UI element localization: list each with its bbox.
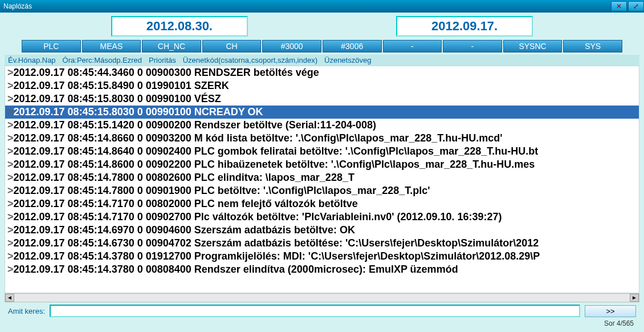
filter-sys[interactable]: SYS: [563, 40, 622, 52]
log-row[interactable]: >2012.09.17 08:45:44.3460 0 00900300 REN…: [5, 66, 639, 79]
search-next-button[interactable]: >>: [585, 305, 636, 317]
search-label: Amit keres:: [8, 307, 45, 315]
log-row[interactable]: >2012.09.17 08:45:14.7800 0 00901900 PLC…: [5, 184, 639, 197]
log-row[interactable]: >2012.09.17 08:45:14.6970 0 00904600 Sze…: [5, 224, 639, 237]
filter-3000[interactable]: #3000: [262, 40, 321, 52]
filter-row: PLC MEAS CH_NC CH #3000 #3006 - - SYSNC …: [5, 40, 639, 52]
search-input[interactable]: [50, 305, 580, 317]
log-row[interactable]: >2012.09.17 08:45:14.6730 0 00904702 Sze…: [5, 237, 639, 250]
filter-ch[interactable]: CH: [202, 40, 262, 52]
scroll-right-icon[interactable]: ►: [630, 294, 639, 302]
log-list[interactable]: >2012.09.17 08:45:44.3460 0 00900300 REN…: [5, 66, 639, 293]
close-icon[interactable]: ✕: [611, 1, 627, 11]
col-time: Óra:Perc:Másodp.Ezred: [63, 56, 142, 64]
filter-meas[interactable]: MEAS: [82, 40, 141, 52]
log-row[interactable]: >2012.09.17 08:45:14.7800 0 00802600 PLC…: [5, 171, 639, 184]
filter-dash2[interactable]: -: [443, 40, 502, 52]
date-to[interactable]: 2012.09.17.: [396, 16, 533, 37]
log-row[interactable]: >2012.09.17 08:45:15.8030 0 00990100 VÉS…: [5, 92, 639, 106]
log-row[interactable]: >2012.09.17 08:45:14.3780 0 01912700 Pro…: [5, 250, 639, 263]
log-row[interactable]: >2012.09.17 08:45:14.8600 0 00902200 PLC…: [5, 158, 639, 171]
filter-sysnc[interactable]: SYSNC: [503, 40, 563, 52]
title-bar: Naplózás ✕ ⤢: [0, 0, 644, 13]
log-container: >2012.09.17 08:45:44.3460 0 00900300 REN…: [5, 66, 639, 293]
log-row[interactable]: >2012.09.17 08:45:15.1420 0 00900200 Ren…: [5, 119, 639, 132]
maximize-icon[interactable]: ⤢: [628, 1, 644, 11]
window-buttons: ✕ ⤢: [611, 1, 644, 11]
filter-3006[interactable]: #3006: [323, 40, 382, 52]
log-row[interactable]: >2012.09.17 08:45:14.7170 0 00902700 Plc…: [5, 210, 639, 224]
filter-chnc[interactable]: CH_NC: [142, 40, 201, 52]
col-date: Év.Hónap.Nap: [8, 56, 56, 64]
log-row[interactable]: >2012.09.17 08:45:15.8490 0 01990101 SZE…: [5, 79, 639, 92]
status-bar: Sor 4/565: [5, 318, 639, 329]
column-headers: Év.Hónap.Nap Óra:Perc:Másodp.Ezred Prior…: [5, 55, 639, 66]
log-row[interactable]: >2012.09.17 08:45:14.3780 0 00808400 Ren…: [5, 263, 639, 276]
log-row[interactable]: >2012.09.17 08:45:15.8030 0 00990100 NCR…: [5, 106, 639, 119]
horizontal-scrollbar[interactable]: ◄ ►: [5, 293, 639, 302]
filter-dash1[interactable]: -: [383, 40, 442, 52]
log-row[interactable]: >2012.09.17 08:45:14.7170 0 00802000 PLC…: [5, 197, 639, 210]
log-row[interactable]: >2012.09.17 08:45:14.8640 0 00902400 PLC…: [5, 145, 639, 158]
window-title: Naplózás: [3, 2, 32, 10]
date-range: 2012.08.30. 2012.09.17.: [5, 16, 639, 37]
date-from[interactable]: 2012.08.30.: [111, 16, 248, 37]
col-priority: Prioritás: [149, 56, 176, 64]
scroll-left-icon[interactable]: ◄: [5, 294, 14, 302]
filter-plc[interactable]: PLC: [22, 40, 81, 52]
search-bar: Amit keres: >>: [5, 302, 639, 318]
col-code: Üzenetkód(csatorna,csoport,szám,index): [183, 56, 317, 64]
col-text: Üzenetszöveg: [324, 56, 371, 64]
log-row[interactable]: >2012.09.17 08:45:14.8660 0 00903200 M k…: [5, 132, 639, 145]
